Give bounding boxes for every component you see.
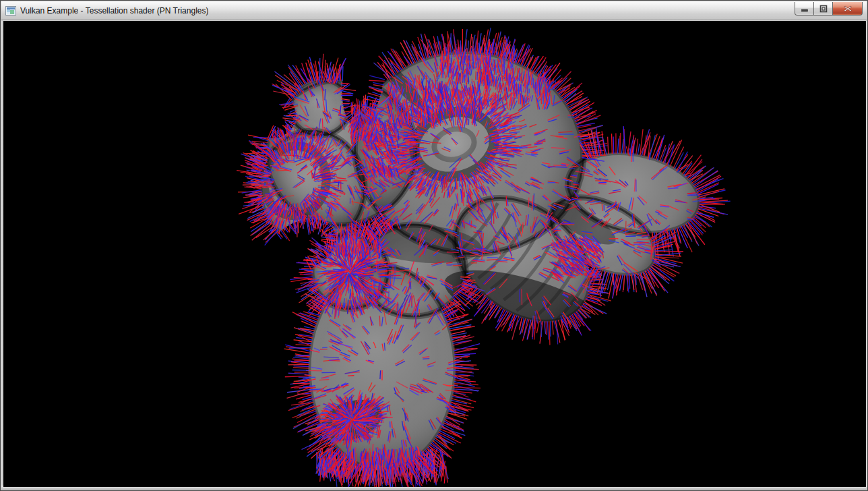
title-bar[interactable]: Vulkan Example - Tessellation shader (PN… xyxy=(1,1,867,20)
maximize-icon xyxy=(819,5,828,13)
close-button[interactable] xyxy=(832,2,863,16)
application-window: Vulkan Example - Tessellation shader (PN… xyxy=(0,0,868,491)
render-viewport xyxy=(3,21,865,486)
close-icon xyxy=(843,5,852,13)
minimize-icon xyxy=(801,5,809,13)
maximize-button[interactable] xyxy=(813,2,833,16)
vulkan-render-canvas[interactable] xyxy=(3,21,866,487)
application-window-icon[interactable] xyxy=(5,5,16,16)
minimize-button[interactable] xyxy=(795,2,814,16)
window-controls xyxy=(795,2,863,16)
window-title: Vulkan Example - Tessellation shader (PN… xyxy=(20,6,208,16)
screen: Vulkan Example - Tessellation shader (PN… xyxy=(0,0,868,491)
